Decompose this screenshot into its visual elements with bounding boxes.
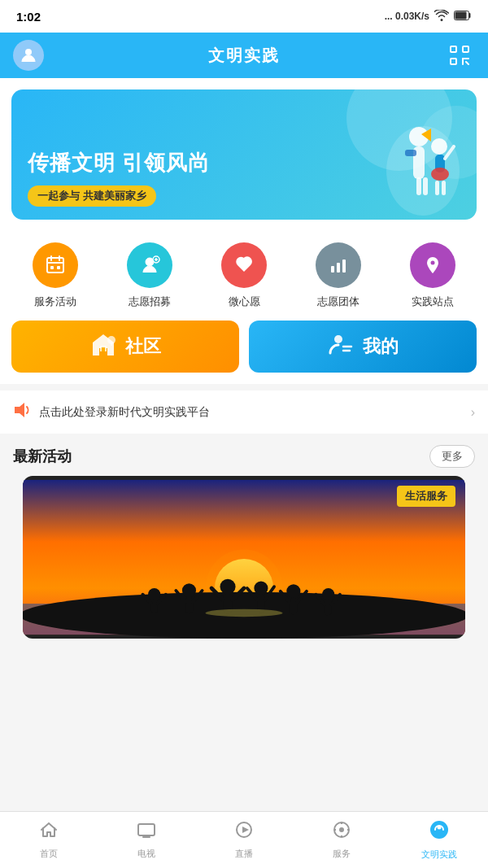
menu-item-volunteer-team[interactable]: 志愿团体 <box>291 242 386 309</box>
svg-point-35 <box>431 261 435 265</box>
svg-rect-13 <box>416 177 421 195</box>
volunteer-recruit-icon <box>127 242 172 288</box>
status-bar: 1:02 ... 0.03K/s <box>0 0 488 33</box>
banner-subtitle: 一起参与 共建美丽家乡 <box>28 185 156 207</box>
home-label: 首页 <box>40 848 58 860</box>
service-activity-icon <box>33 242 78 288</box>
more-button[interactable]: 更多 <box>429 445 475 468</box>
svg-point-63 <box>286 584 300 598</box>
svg-point-18 <box>431 168 449 181</box>
volunteer-recruit-label: 志愿招募 <box>129 294 171 309</box>
status-icons: ... 0.03K/s <box>385 10 472 24</box>
speaker-icon <box>13 402 31 422</box>
avatar[interactable] <box>13 40 44 71</box>
service-activity-label: 服务活动 <box>34 294 76 309</box>
svg-rect-22 <box>47 258 63 273</box>
nav-item-civilization[interactable]: 文明实践 <box>390 819 488 861</box>
svg-point-71 <box>205 609 282 617</box>
svg-rect-37 <box>111 342 112 346</box>
community-label: 社区 <box>125 334 161 359</box>
service-nav-icon <box>332 820 351 844</box>
svg-rect-3 <box>451 46 456 52</box>
svg-rect-52 <box>185 597 194 614</box>
banner-title: 传播文明 引领风尚 <box>28 149 210 177</box>
svg-rect-72 <box>138 824 155 835</box>
svg-rect-4 <box>463 46 468 52</box>
home-icon <box>39 820 59 844</box>
notice-bar[interactable]: 点击此处登录新时代文明实践平台 › <box>0 390 488 434</box>
nav-item-live[interactable]: 直播 <box>195 820 293 860</box>
civilization-label: 文明实践 <box>421 848 457 861</box>
activity-list: 生活服务 <box>0 476 488 661</box>
section-header: 最新活动 更多 <box>0 434 488 476</box>
svg-point-2 <box>25 49 32 55</box>
svg-rect-48 <box>151 600 158 613</box>
section-title: 最新活动 <box>13 447 72 466</box>
menu-item-micro-wish[interactable]: 微心愿 <box>197 242 291 309</box>
micro-wish-label: 微心愿 <box>229 294 260 309</box>
svg-marker-76 <box>242 827 249 833</box>
activity-card[interactable]: 生活服务 <box>23 476 465 639</box>
page-title: 文明实践 <box>208 45 280 67</box>
status-time: 1:02 <box>16 10 41 24</box>
micro-wish-icon <box>221 242 267 288</box>
wifi-icon <box>434 10 449 24</box>
volunteer-team-icon <box>316 242 361 288</box>
civilization-icon <box>429 819 450 845</box>
menu-item-volunteer-recruit[interactable]: 志愿招募 <box>102 242 197 309</box>
svg-point-38 <box>334 335 342 343</box>
activity-tag: 生活服务 <box>397 486 455 507</box>
volunteer-team-label: 志愿团体 <box>317 294 359 309</box>
nav-item-tv[interactable]: 电视 <box>98 820 195 860</box>
service-nav-label: 服务 <box>333 848 351 860</box>
svg-point-59 <box>254 581 268 595</box>
svg-rect-32 <box>331 266 334 273</box>
tv-label: 电视 <box>137 848 155 860</box>
banner-container: 传播文明 引领风尚 一起参与 共建美丽家乡 <box>0 78 488 228</box>
svg-point-83 <box>430 821 448 839</box>
svg-rect-68 <box>325 600 332 615</box>
menu-item-service-activity[interactable]: 服务活动 <box>8 242 102 309</box>
svg-point-16 <box>431 138 447 155</box>
battery-icon <box>454 11 472 23</box>
banner-figure <box>350 106 464 220</box>
svg-rect-64 <box>290 597 298 614</box>
svg-rect-14 <box>423 177 428 195</box>
header: 文明实践 <box>0 33 488 78</box>
bottom-nav: 首页 电视 直播 <box>0 811 488 868</box>
svg-point-82 <box>339 827 344 832</box>
tv-icon <box>137 820 156 844</box>
menu-item-practice-site[interactable]: 实践站点 <box>386 242 480 309</box>
nav-item-service[interactable]: 服务 <box>293 820 390 860</box>
scan-button[interactable] <box>444 40 475 71</box>
notice-left: 点击此处登录新时代文明实践平台 <box>13 402 210 422</box>
svg-point-67 <box>322 588 334 600</box>
svg-point-47 <box>148 588 160 600</box>
banner[interactable]: 传播文明 引领风尚 一起参与 共建美丽家乡 <box>11 89 477 220</box>
svg-point-84 <box>438 826 442 830</box>
practice-site-icon <box>410 242 455 288</box>
mine-label: 我的 <box>363 334 399 359</box>
svg-rect-19 <box>435 181 439 195</box>
svg-rect-1 <box>455 11 467 19</box>
svg-marker-41 <box>15 403 24 417</box>
practice-site-label: 实践站点 <box>412 294 454 309</box>
mine-icon <box>327 330 355 364</box>
svg-rect-5 <box>451 59 456 64</box>
icon-menu: 服务活动 志愿招募 微心愿 志愿团 <box>0 228 488 321</box>
mine-button[interactable]: 我的 <box>249 321 477 373</box>
svg-rect-27 <box>57 266 60 269</box>
community-button[interactable]: 社区 <box>11 321 239 373</box>
banner-text: 传播文明 引领风尚 一起参与 共建美丽家乡 <box>28 149 210 207</box>
signal-text: ... 0.03K/s <box>385 11 429 22</box>
svg-point-55 <box>220 579 236 595</box>
svg-rect-33 <box>337 263 340 273</box>
svg-line-8 <box>466 62 468 64</box>
svg-point-51 <box>182 583 196 597</box>
live-label: 直播 <box>235 848 253 860</box>
community-icon <box>89 330 117 364</box>
nav-item-home[interactable]: 首页 <box>0 820 98 860</box>
notice-arrow-icon: › <box>471 405 475 420</box>
main-buttons: 社区 我的 <box>0 321 488 384</box>
svg-rect-26 <box>50 266 54 269</box>
